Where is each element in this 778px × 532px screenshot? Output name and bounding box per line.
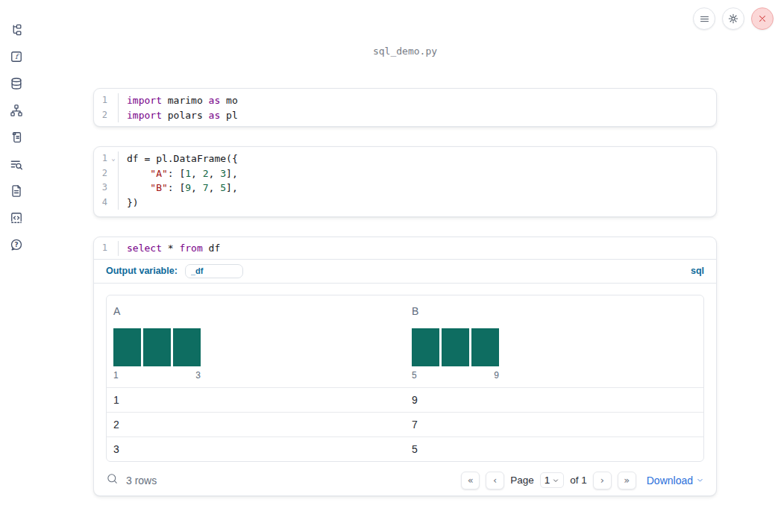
histogram-bar[interactable]: [143, 328, 171, 366]
notebook-canvas: sql_demo.py 1import marimo as mo2import …: [93, 0, 717, 532]
table-cell: 1: [107, 394, 405, 406]
prev-page-button[interactable]: ‹: [486, 472, 504, 489]
chevron-down-icon: [552, 477, 559, 484]
help-bubble-icon: ?: [9, 237, 24, 252]
next-page-button[interactable]: ›: [593, 472, 612, 489]
list-search-icon: [9, 157, 24, 172]
row-count: 3 rows: [126, 475, 157, 486]
language-badge: sql: [691, 266, 704, 276]
table-row[interactable]: 19: [107, 387, 703, 412]
sidebar-item-scratchpad[interactable]: [3, 124, 30, 151]
shutdown-button[interactable]: [751, 7, 774, 30]
fold-chevron-icon[interactable]: ⌄: [109, 151, 118, 166]
code-editor[interactable]: 1import marimo as mo2import polars as pl: [94, 89, 716, 127]
table-cell: 3: [107, 443, 405, 455]
dependency-graph-icon: [9, 103, 24, 118]
download-label: Download: [647, 475, 693, 486]
code-cell-dataframe: 1⌄df = pl.DataFrame({2 "A": [1, 2, 3],3 …: [93, 146, 717, 217]
sidebar-item-help[interactable]: ?: [3, 231, 30, 258]
code-editor[interactable]: 1⌄df = pl.DataFrame({2 "A": [1, 2, 3],3 …: [94, 147, 716, 214]
histogram-bar[interactable]: [442, 328, 469, 366]
sidebar-item-datasources[interactable]: [3, 70, 30, 97]
sidebar-item-variables[interactable]: f: [3, 43, 30, 70]
column-name[interactable]: B: [412, 305, 703, 317]
table-column-header: B59: [405, 305, 703, 381]
code-line[interactable]: 3 "B": [9, 7, 5],: [94, 181, 716, 195]
code-text: "B": [9, 7, 5],: [119, 181, 238, 195]
fold-spacer: [109, 181, 118, 195]
last-page-button[interactable]: »: [618, 472, 636, 489]
table-cell: 5: [405, 443, 703, 455]
page-select[interactable]: 1: [540, 472, 565, 488]
code-text: import marimo as mo: [119, 93, 238, 108]
fold-spacer: [109, 166, 118, 181]
code-block-icon: [9, 210, 24, 225]
sidebar-item-logs[interactable]: [3, 151, 30, 178]
page-of-label: of 1: [570, 475, 587, 486]
fold-spacer: [109, 93, 118, 108]
svg-text:f: f: [15, 52, 19, 60]
line-gutter: 2: [94, 166, 119, 181]
line-gutter: 4: [94, 195, 119, 210]
table-body: 192735: [107, 387, 703, 461]
axis-label: 1: [113, 370, 119, 381]
svg-text:?: ?: [14, 241, 18, 248]
page-label: Page: [510, 475, 534, 486]
output-variable-input[interactable]: [185, 264, 243, 278]
table-cell: 2: [107, 419, 405, 431]
code-line[interactable]: 1⌄df = pl.DataFrame({: [94, 151, 716, 166]
notebook-filename[interactable]: sql_demo.py: [93, 46, 717, 57]
code-text: df = pl.DataFrame({: [119, 151, 238, 166]
column-name[interactable]: A: [113, 305, 405, 317]
marimo-notebook-window: f: [0, 0, 778, 532]
search-icon[interactable]: [106, 472, 119, 488]
scroll-icon: [9, 130, 24, 145]
code-text: import polars as pl: [119, 108, 238, 123]
sidebar-item-file-tree[interactable]: [3, 16, 30, 43]
code-line[interactable]: 1select * from df: [94, 241, 716, 256]
sql-cell: 1select * from df Output variable: sql A…: [93, 237, 717, 496]
function-icon: f: [9, 49, 24, 64]
line-gutter: 3: [94, 181, 119, 195]
sql-cell-footer: Output variable: sql: [94, 259, 716, 284]
settings-button[interactable]: [722, 7, 744, 30]
table-cell: 7: [405, 419, 703, 431]
line-gutter: 1: [94, 241, 119, 256]
code-line[interactable]: 2import polars as pl: [94, 108, 716, 123]
histogram-bar[interactable]: [113, 328, 141, 366]
code-line[interactable]: 4}): [94, 195, 716, 210]
close-icon: [757, 13, 768, 24]
sidebar-item-snippets[interactable]: [3, 204, 30, 231]
fold-spacer: [109, 195, 118, 210]
code-text: select * from df: [119, 241, 220, 256]
axis-label: 5: [412, 370, 417, 381]
output-variable-label: Output variable:: [106, 266, 178, 276]
fold-spacer: [109, 241, 118, 256]
dataframe-table: A13B59 192735: [106, 295, 704, 462]
gear-icon: [727, 13, 739, 25]
first-page-button[interactable]: «: [461, 472, 480, 489]
sql-editor[interactable]: 1select * from df: [94, 237, 716, 259]
table-header-row: A13B59: [107, 295, 703, 387]
pagination: « ‹ Page 1 of 1 › »: [461, 472, 636, 489]
download-button[interactable]: Download: [647, 475, 704, 486]
code-line[interactable]: 2 "A": [1, 2, 3],: [94, 166, 716, 181]
histogram-bar[interactable]: [471, 328, 499, 366]
sidebar-item-documentation[interactable]: [3, 178, 30, 204]
code-text: }): [119, 195, 139, 210]
sidebar-item-dependency-graph[interactable]: [3, 97, 30, 124]
document-icon: [9, 184, 24, 198]
histogram-bar[interactable]: [173, 328, 201, 366]
axis-label: 3: [195, 370, 201, 381]
database-icon: [9, 76, 24, 91]
table-row[interactable]: 27: [107, 412, 703, 436]
axis-label: 9: [494, 370, 499, 381]
table-row[interactable]: 35: [107, 436, 703, 461]
table-column-header: A13: [107, 305, 405, 381]
fold-spacer: [109, 108, 118, 123]
code-text: "A": [1, 2, 3],: [119, 166, 238, 181]
code-line[interactable]: 1import marimo as mo: [94, 93, 716, 108]
column-histogram: [412, 328, 703, 366]
histogram-axis-labels: 59: [412, 370, 499, 381]
histogram-bar[interactable]: [412, 328, 439, 366]
